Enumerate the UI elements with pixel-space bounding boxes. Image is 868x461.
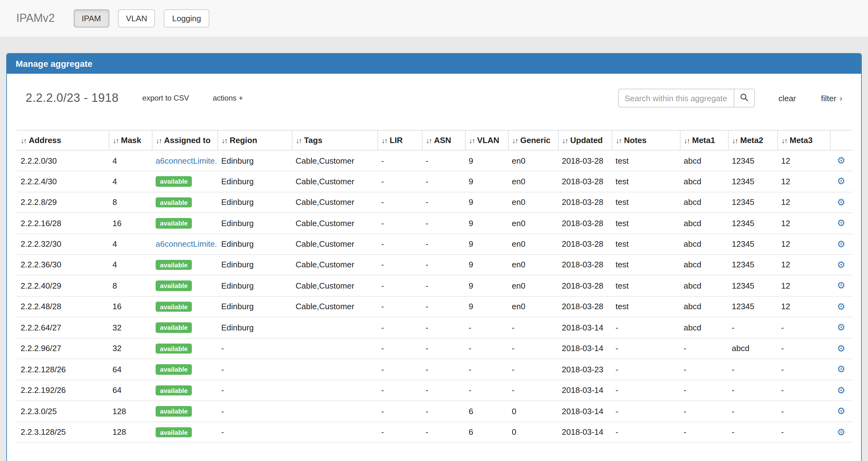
- cell-generic: en0: [508, 296, 558, 317]
- panel-title: Manage aggregate: [7, 54, 861, 74]
- cell-generic: 0: [508, 401, 558, 422]
- tab-vlan[interactable]: VLAN: [118, 9, 155, 28]
- cell-mask: 16: [109, 213, 152, 234]
- cell-notes: test: [612, 234, 680, 254]
- cell-region: Edinburg: [217, 254, 292, 275]
- cell-tags: Cable,Customer: [292, 275, 377, 296]
- col-header-generic[interactable]: ↓↑Generic: [508, 130, 558, 150]
- table-body: 2.2.2.0/30 4 a6connectLimite... Edinburg…: [17, 150, 852, 442]
- col-header-tags[interactable]: ↓↑Tags: [292, 130, 377, 150]
- row-settings-button[interactable]: ⚙: [837, 386, 845, 395]
- col-header-updated[interactable]: ↓↑Updated: [558, 130, 612, 150]
- gear-icon: ⚙: [837, 197, 845, 207]
- aggregate-search-input[interactable]: [618, 89, 734, 107]
- cell-actions: ⚙: [830, 150, 852, 171]
- cell-lir: -: [377, 401, 422, 422]
- cell-lir: -: [377, 317, 422, 338]
- col-header-asn[interactable]: ↓↑ASN: [422, 130, 465, 150]
- cell-actions: ⚙: [830, 192, 852, 213]
- assigned-value: available: [156, 343, 192, 354]
- row-settings-button[interactable]: ⚙: [837, 260, 845, 269]
- cell-updated: 2018-03-14: [558, 422, 612, 442]
- col-header-address[interactable]: ↓↑Address: [17, 130, 109, 150]
- cell-meta1: abcd: [680, 234, 728, 254]
- cell-notes: test: [612, 150, 680, 171]
- chevron-right-icon: ›: [840, 93, 842, 103]
- row-settings-button[interactable]: ⚙: [837, 302, 845, 311]
- row-settings-button[interactable]: ⚙: [837, 197, 845, 207]
- row-settings-button[interactable]: ⚙: [837, 406, 845, 416]
- tab-ipam[interactable]: IPAM: [73, 9, 109, 28]
- col-header-region[interactable]: ↓↑Region: [217, 130, 292, 150]
- cell-asn: -: [422, 296, 465, 317]
- row-settings-button[interactable]: ⚙: [837, 218, 845, 228]
- cell-meta3: 12: [777, 171, 830, 192]
- cell-generic: en0: [508, 171, 558, 192]
- assigned-value[interactable]: a6connectLimite...: [156, 156, 217, 165]
- cell-notes: -: [612, 359, 680, 380]
- export-csv-button[interactable]: export to CSV: [143, 94, 189, 102]
- table-row: 2.2.2.40/29 8 available Edinburg Cable,C…: [17, 275, 852, 296]
- row-settings-button[interactable]: ⚙: [837, 239, 845, 248]
- cell-meta1: -: [680, 401, 728, 422]
- clear-button[interactable]: clear: [778, 93, 796, 103]
- cell-generic: en0: [508, 192, 558, 213]
- cell-address: 2.2.2.192/26: [17, 380, 109, 401]
- cell-updated: 2018-03-14: [558, 317, 612, 338]
- cell-meta2: abcd: [728, 338, 777, 359]
- col-header-meta3[interactable]: ↓↑Meta3: [777, 130, 830, 150]
- row-settings-button[interactable]: ⚙: [837, 156, 845, 165]
- filter-button[interactable]: filter›: [821, 93, 842, 103]
- assigned-value[interactable]: a6connectLimite...: [156, 239, 217, 249]
- col-header-lir[interactable]: ↓↑LIR: [377, 130, 422, 150]
- col-label: Updated: [570, 136, 603, 145]
- row-settings-button[interactable]: ⚙: [837, 176, 845, 186]
- cell-address: 2.2.2.96/27: [17, 338, 109, 359]
- gear-icon: ⚙: [837, 301, 845, 312]
- row-settings-button[interactable]: ⚙: [837, 323, 845, 332]
- cell-region: -: [217, 422, 292, 442]
- cell-region: Edinburg: [217, 213, 292, 234]
- row-settings-button[interactable]: ⚙: [837, 427, 845, 437]
- assigned-value: available: [156, 427, 192, 437]
- search-button[interactable]: [733, 89, 754, 107]
- col-header-meta1[interactable]: ↓↑Meta1: [680, 130, 728, 150]
- cell-updated: 2018-03-14: [558, 401, 612, 422]
- actions-button[interactable]: actions +: [213, 94, 243, 102]
- app-brand[interactable]: IPAMv2: [16, 12, 55, 25]
- tab-logging[interactable]: Logging: [164, 9, 209, 28]
- sort-icon: ↓↑: [381, 137, 387, 144]
- cell-tags: Cable,Customer: [292, 171, 377, 192]
- cell-vlan: -: [465, 380, 508, 401]
- table-row: 2.2.2.8/29 8 available Edinburg Cable,Cu…: [17, 192, 852, 213]
- col-header-notes[interactable]: ↓↑Notes: [612, 130, 680, 150]
- cell-meta2: 12345: [728, 171, 777, 192]
- row-settings-button[interactable]: ⚙: [837, 364, 845, 374]
- cell-meta3: 12: [777, 192, 830, 213]
- col-header-assigned[interactable]: ↓↑Assigned to: [152, 130, 217, 150]
- cell-notes: test: [612, 192, 680, 213]
- cell-vlan: 9: [465, 192, 508, 213]
- table-row: 2.2.2.96/27 32 available - - - - - 2018-…: [17, 338, 852, 359]
- cell-meta2: 12345: [728, 192, 777, 213]
- row-settings-button[interactable]: ⚙: [837, 281, 845, 290]
- cell-assigned: a6connectLimite...: [152, 234, 217, 254]
- cell-assigned: available: [152, 192, 217, 213]
- cell-mask: 64: [109, 359, 152, 380]
- cell-generic: en0: [508, 213, 558, 234]
- cell-updated: 2018-03-23: [558, 359, 612, 380]
- cell-notes: -: [612, 401, 680, 422]
- cell-assigned: available: [152, 171, 217, 192]
- cell-lir: -: [377, 296, 422, 317]
- cell-region: -: [217, 380, 292, 401]
- cell-meta1: -: [680, 380, 728, 401]
- cell-lir: -: [377, 422, 422, 442]
- cell-meta3: -: [777, 338, 830, 359]
- cell-asn: -: [422, 213, 465, 234]
- row-settings-button[interactable]: ⚙: [837, 343, 845, 353]
- col-header-vlan[interactable]: ↓↑VLAN: [465, 130, 508, 150]
- col-header-mask[interactable]: ↓↑Mask: [109, 130, 152, 150]
- cell-actions: ⚙: [830, 296, 852, 317]
- col-header-meta2[interactable]: ↓↑Meta2: [728, 130, 777, 150]
- table-row: 2.2.2.48/28 16 available Edinburg Cable,…: [17, 296, 852, 317]
